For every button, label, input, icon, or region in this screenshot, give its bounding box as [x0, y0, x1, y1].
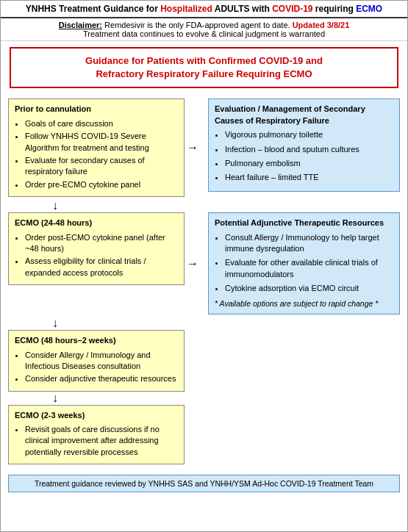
arrow-right-1: →: [185, 141, 201, 154]
list-item: Evaluate for other available clinical tr…: [225, 257, 393, 280]
list-item: Order pre-ECMO cytokine panel: [25, 179, 178, 190]
box-ecmo-23-title: ECMO (2-3 weeks): [15, 410, 178, 421]
left-col-3: ECMO (48 hours–2 weeks) Consider Allergy…: [8, 330, 185, 392]
list-item: Vigorous pulmonary toilette: [225, 129, 393, 140]
list-item: Pulmonary embolism: [225, 158, 393, 169]
main-title-line2: Refractory Respiratory Failure Requiring…: [18, 68, 390, 81]
flow-row-3: ECMO (48 hours–2 weeks) Consider Allergy…: [8, 330, 400, 392]
flow-row-4: ECMO (2-3 weeks) Revisit goals of care d…: [8, 405, 400, 465]
box-prior-list: Goals of care discussion Follow YNHHS CO…: [25, 118, 178, 190]
arrow-down-1: ↓: [8, 200, 400, 212]
list-item: Revisit goals of care discussions if no …: [25, 424, 178, 458]
flow-container: Prior to cannulation Goals of care discu…: [1, 94, 407, 469]
arrow-down-2: ↓: [8, 317, 400, 329]
right-col-2: Potential Adjunctive Therapeutic Resourc…: [208, 212, 400, 314]
box-prior: Prior to cannulation Goals of care discu…: [8, 98, 185, 197]
right-col-1: Evaluation / Management of Secondary Cau…: [208, 98, 400, 191]
arrow-down-3: ↓: [8, 392, 400, 404]
box-prior-title: Prior to cannulation: [15, 104, 178, 115]
header-text-before-red1: YNHHS Treatment Guidance for: [26, 4, 160, 14]
left-col-2: ECMO (24-48 hours) Order post-ECMO cytok…: [8, 212, 185, 285]
box-ecmo-24-list: Order post-ECMO cytokine panel (after ~4…: [25, 232, 178, 279]
main-title-box: Guidance for Patients with Confirmed COV…: [10, 47, 398, 88]
header-red2: COVID-19: [272, 4, 312, 14]
box-eval: Evaluation / Management of Secondary Cau…: [208, 98, 400, 191]
disclaimer-text2: Treatment data continues to evolve & cli…: [83, 29, 325, 38]
box-adjunct-list: Consult Allergy / Immunology to help tar…: [225, 232, 393, 295]
box-ecmo-23-list: Revisit goals of care discussions if no …: [25, 424, 178, 458]
disclaimer-text1: Remdesivir is the only FDA-approved agen…: [102, 21, 293, 29]
left-col-4: ECMO (2-3 weeks) Revisit goals of care d…: [8, 405, 185, 465]
box-eval-list: Vigorous pulmonary toilette Infection – …: [225, 129, 393, 184]
box-adjunct: Potential Adjunctive Therapeutic Resourc…: [208, 212, 400, 314]
list-item: Infection – blood and sputum cultures: [225, 144, 393, 155]
flow-row-2: ECMO (24-48 hours) Order post-ECMO cytok…: [8, 212, 400, 314]
list-item: Heart failure – limited TTE: [225, 172, 393, 183]
box-eval-title: Evaluation / Management of Secondary Cau…: [215, 104, 393, 126]
left-col-1: Prior to cannulation Goals of care discu…: [8, 98, 185, 197]
header-blue1: ECMO: [356, 4, 382, 14]
arrow-right-2: →: [185, 257, 201, 270]
box-adjunct-title: Potential Adjunctive Therapeutic Resourc…: [215, 218, 393, 229]
header-text-before-bold: ADULTS with: [212, 4, 272, 14]
list-item: Assess eligibility for clinical trials /…: [25, 256, 178, 278]
footer: Treatment guidance reviewed by YNHHS SAS…: [8, 475, 400, 492]
box-ecmo-48-title: ECMO (48 hours–2 weeks): [15, 335, 178, 346]
header: YNHHS Treatment Guidance for Hospitalize…: [1, 1, 407, 18]
header-red1: Hospitalized: [160, 4, 212, 14]
list-item: Goals of care discussion: [25, 118, 178, 129]
box-adjunct-note: * Available options are subject to rapid…: [215, 298, 393, 309]
list-item: Evaluate for secondary causes of respira…: [25, 155, 178, 178]
box-ecmo-48-list: Consider Allergy / Immunology and Infect…: [25, 350, 178, 385]
header-text-middle: requiring: [313, 4, 357, 14]
disclaimer-updated: Updated 3/8/21: [293, 21, 350, 29]
disclaimer-label: Disclaimer:: [59, 21, 102, 29]
disclaimer: Disclaimer: Remdesivir is the only FDA-a…: [1, 18, 407, 41]
list-item: Consider Allergy / Immunology and Infect…: [25, 350, 178, 373]
box-ecmo-23: ECMO (2-3 weeks) Revisit goals of care d…: [8, 405, 185, 465]
list-item: Cytokine adsorption via ECMO circuit: [225, 283, 393, 294]
footer-text: Treatment guidance reviewed by YNHHS SAS…: [35, 479, 373, 488]
box-ecmo-24-title: ECMO (24-48 hours): [15, 218, 178, 229]
box-ecmo-24: ECMO (24-48 hours) Order post-ECMO cytok…: [8, 212, 185, 285]
flow-row-1: Prior to cannulation Goals of care discu…: [8, 98, 400, 197]
list-item: Order post-ECMO cytokine panel (after ~4…: [25, 232, 178, 255]
list-item: Follow YNHHS COVID-19 Severe Algorithm f…: [25, 131, 178, 154]
list-item: Consult Allergy / Immunology to help tar…: [225, 232, 393, 255]
list-item: Consider adjunctive therapeutic resource…: [25, 373, 178, 384]
main-title-line1: Guidance for Patients with Confirmed COV…: [18, 54, 390, 68]
box-ecmo-48: ECMO (48 hours–2 weeks) Consider Allergy…: [8, 330, 185, 392]
